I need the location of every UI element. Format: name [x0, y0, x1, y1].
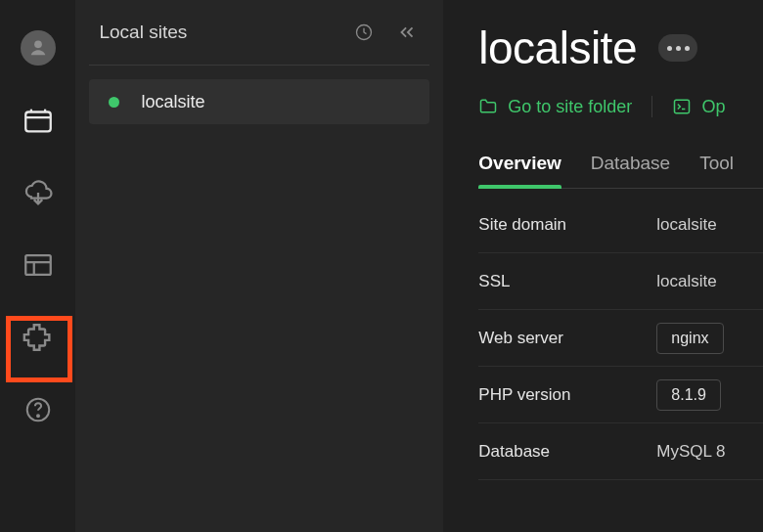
help-icon [23, 395, 53, 424]
terminal-icon [672, 97, 692, 116]
action-separator [651, 96, 652, 117]
svg-point-10 [37, 415, 39, 417]
collapse-sidebar-button[interactable] [394, 20, 420, 45]
nav-rail [0, 0, 75, 532]
svg-rect-12 [675, 100, 690, 112]
user-avatar-icon [21, 30, 56, 66]
svg-rect-1 [25, 112, 51, 132]
info-label: Database [478, 442, 656, 462]
web-server-select[interactable]: nginx [656, 323, 723, 354]
info-value: localsite [656, 215, 716, 235]
sites-sidebar: Local sites localsite [75, 0, 443, 532]
info-label: SSL [478, 272, 656, 291]
info-row-site-domain: Site domain localsite [478, 197, 763, 253]
info-label: PHP version [478, 385, 656, 405]
go-to-folder-button[interactable]: Go to site folder [478, 97, 632, 117]
plugin-icon [22, 321, 55, 354]
sidebar-header: Local sites [75, 0, 443, 65]
info-label: Site domain [478, 215, 656, 235]
site-list-item[interactable]: localsite [89, 79, 429, 124]
svg-point-0 [34, 40, 42, 48]
nav-blueprints[interactable] [18, 244, 59, 286]
site-menu-button[interactable] [658, 34, 697, 62]
nav-help[interactable] [18, 389, 59, 430]
info-value: localsite [656, 272, 716, 291]
info-row-database: Database MySQL 8 [478, 423, 763, 480]
status-dot-running-icon [109, 97, 119, 108]
nav-sites[interactable] [18, 100, 59, 141]
tabs: Overview Database Tool [478, 153, 763, 189]
main-panel: localsite Go to site folder Op Overview … [443, 0, 763, 532]
tab-overview[interactable]: Overview [478, 153, 561, 188]
php-version-select[interactable]: 8.1.9 [656, 379, 721, 411]
open-shell-label: Op [701, 97, 725, 117]
recent-button[interactable] [351, 20, 377, 45]
tab-database[interactable]: Database [591, 153, 670, 188]
nav-addons[interactable] [18, 317, 59, 358]
info-table: Site domain localsite SSL localsite Web … [478, 197, 763, 480]
nav-connect[interactable] [18, 172, 59, 213]
site-list: localsite [75, 66, 443, 138]
site-title: localsite [478, 22, 637, 74]
info-label: Web server [478, 329, 656, 348]
site-list-item-name: localsite [141, 92, 204, 112]
info-row-web-server: Web server nginx [478, 310, 763, 367]
app-root: Local sites localsite localsite Go to si [0, 0, 763, 532]
cloud-download-icon [22, 176, 55, 209]
site-title-row: localsite [478, 22, 763, 74]
tab-tools[interactable]: Tool [699, 153, 734, 188]
sidebar-title: Local sites [99, 22, 334, 43]
chevrons-left-icon [396, 22, 418, 43]
nav-account[interactable] [18, 27, 59, 68]
open-shell-button[interactable]: Op [672, 97, 725, 117]
site-actions: Go to site folder Op [478, 96, 763, 117]
info-row-php-version: PHP version 8.1.9 [478, 367, 763, 423]
folder-icon [478, 97, 498, 116]
blueprint-icon [22, 248, 55, 282]
clock-icon [354, 22, 374, 42]
info-value: MySQL 8 [656, 442, 725, 462]
browser-icon [22, 104, 55, 137]
info-row-ssl: SSL localsite [478, 253, 763, 310]
go-to-folder-label: Go to site folder [508, 97, 632, 117]
svg-rect-6 [25, 255, 51, 275]
